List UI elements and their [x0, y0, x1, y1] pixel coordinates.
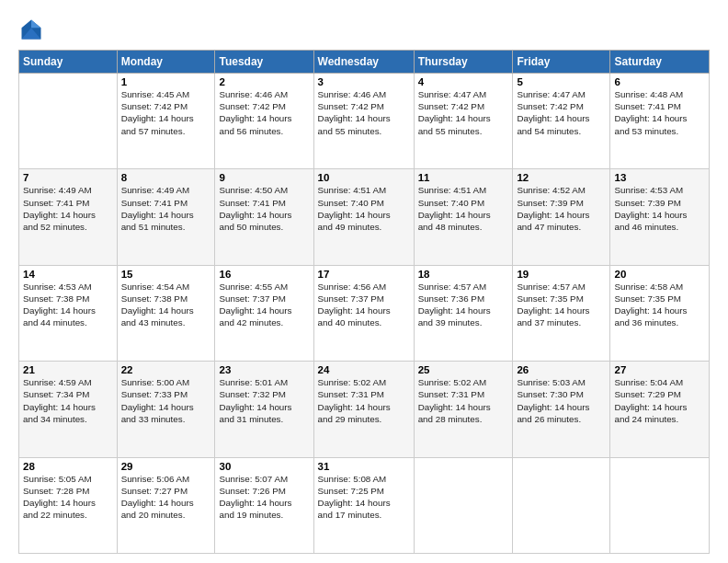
day-header-thursday: Thursday [414, 51, 513, 74]
day-info: Sunrise: 4:53 AMSunset: 7:39 PMDaylight:… [614, 184, 705, 233]
logo-icon [18, 17, 44, 42]
day-info: Sunrise: 5:06 AMSunset: 7:27 PMDaylight:… [121, 473, 211, 522]
day-info: Sunrise: 4:47 AMSunset: 7:42 PMDaylight:… [418, 88, 509, 137]
day-cell: 31Sunrise: 5:08 AMSunset: 7:25 PMDayligh… [313, 457, 414, 553]
day-info: Sunrise: 4:58 AMSunset: 7:35 PMDaylight:… [614, 281, 705, 329]
day-cell: 12Sunrise: 4:52 AMSunset: 7:39 PMDayligh… [513, 169, 610, 265]
day-info: Sunrise: 4:46 AMSunset: 7:42 PMDaylight:… [318, 88, 410, 137]
day-info: Sunrise: 4:49 AMSunset: 7:41 PMDaylight:… [121, 184, 211, 233]
logo [18, 17, 48, 42]
day-header-tuesday: Tuesday [215, 51, 313, 74]
day-number: 24 [318, 364, 410, 375]
week-row-5: 28Sunrise: 5:05 AMSunset: 7:28 PMDayligh… [19, 457, 710, 553]
day-cell: 10Sunrise: 4:51 AMSunset: 7:40 PMDayligh… [313, 169, 414, 265]
calendar-header-row: SundayMondayTuesdayWednesdayThursdayFrid… [19, 51, 710, 74]
day-info: Sunrise: 4:55 AMSunset: 7:37 PMDaylight:… [219, 281, 309, 329]
day-number: 20 [614, 269, 705, 280]
week-row-2: 7Sunrise: 4:49 AMSunset: 7:41 PMDaylight… [19, 169, 710, 265]
day-number: 15 [121, 269, 211, 280]
day-number: 14 [23, 269, 113, 280]
day-header-sunday: Sunday [19, 51, 118, 74]
day-info: Sunrise: 5:05 AMSunset: 7:28 PMDaylight:… [23, 473, 113, 522]
day-cell: 24Sunrise: 5:02 AMSunset: 7:31 PMDayligh… [313, 362, 414, 457]
day-cell [414, 457, 513, 553]
day-cell: 17Sunrise: 4:56 AMSunset: 7:37 PMDayligh… [313, 265, 414, 361]
day-cell: 29Sunrise: 5:06 AMSunset: 7:27 PMDayligh… [117, 457, 215, 553]
day-info: Sunrise: 4:47 AMSunset: 7:42 PMDaylight:… [517, 88, 606, 137]
day-cell: 19Sunrise: 4:57 AMSunset: 7:35 PMDayligh… [513, 265, 610, 361]
day-info: Sunrise: 5:02 AMSunset: 7:31 PMDaylight:… [418, 376, 509, 425]
day-number: 19 [517, 269, 606, 280]
day-cell: 5Sunrise: 4:47 AMSunset: 7:42 PMDaylight… [513, 74, 610, 169]
day-cell [610, 457, 710, 553]
day-info: Sunrise: 4:53 AMSunset: 7:38 PMDaylight:… [23, 281, 113, 329]
day-info: Sunrise: 4:56 AMSunset: 7:37 PMDaylight:… [318, 281, 410, 329]
header [18, 17, 710, 42]
day-header-wednesday: Wednesday [313, 51, 414, 74]
day-number: 11 [418, 172, 509, 183]
day-number: 12 [517, 172, 606, 183]
day-number: 4 [418, 76, 509, 87]
day-info: Sunrise: 5:08 AMSunset: 7:25 PMDaylight:… [318, 473, 410, 522]
day-cell [19, 74, 118, 169]
day-cell: 4Sunrise: 4:47 AMSunset: 7:42 PMDaylight… [414, 74, 513, 169]
day-number: 7 [23, 172, 113, 183]
page: SundayMondayTuesdayWednesdayThursdayFrid… [0, 0, 728, 563]
day-number: 6 [614, 76, 705, 87]
day-info: Sunrise: 5:00 AMSunset: 7:33 PMDaylight:… [121, 376, 211, 425]
day-cell: 15Sunrise: 4:54 AMSunset: 7:38 PMDayligh… [117, 265, 215, 361]
day-number: 28 [23, 461, 113, 472]
day-cell: 7Sunrise: 4:49 AMSunset: 7:41 PMDaylight… [19, 169, 118, 265]
day-cell: 8Sunrise: 4:49 AMSunset: 7:41 PMDaylight… [117, 169, 215, 265]
day-info: Sunrise: 4:57 AMSunset: 7:36 PMDaylight:… [418, 281, 509, 329]
day-cell: 14Sunrise: 4:53 AMSunset: 7:38 PMDayligh… [19, 265, 118, 361]
day-number: 16 [219, 269, 309, 280]
day-cell: 23Sunrise: 5:01 AMSunset: 7:32 PMDayligh… [215, 362, 313, 457]
day-info: Sunrise: 4:50 AMSunset: 7:41 PMDaylight:… [219, 184, 309, 233]
day-info: Sunrise: 4:45 AMSunset: 7:42 PMDaylight:… [121, 88, 211, 137]
day-header-friday: Friday [513, 51, 610, 74]
week-row-4: 21Sunrise: 4:59 AMSunset: 7:34 PMDayligh… [19, 362, 710, 457]
day-number: 8 [121, 172, 211, 183]
day-number: 21 [23, 364, 113, 375]
day-header-monday: Monday [117, 51, 215, 74]
day-cell: 30Sunrise: 5:07 AMSunset: 7:26 PMDayligh… [215, 457, 313, 553]
day-number: 31 [318, 461, 410, 472]
day-number: 13 [614, 172, 705, 183]
day-info: Sunrise: 5:02 AMSunset: 7:31 PMDaylight:… [318, 376, 410, 425]
day-number: 5 [517, 76, 606, 87]
day-cell [513, 457, 610, 553]
day-info: Sunrise: 5:04 AMSunset: 7:29 PMDaylight:… [614, 376, 705, 425]
day-number: 27 [614, 364, 705, 375]
day-cell: 6Sunrise: 4:48 AMSunset: 7:41 PMDaylight… [610, 74, 710, 169]
day-cell: 9Sunrise: 4:50 AMSunset: 7:41 PMDaylight… [215, 169, 313, 265]
day-info: Sunrise: 4:54 AMSunset: 7:38 PMDaylight:… [121, 281, 211, 329]
week-row-1: 1Sunrise: 4:45 AMSunset: 7:42 PMDaylight… [19, 74, 710, 169]
day-cell: 28Sunrise: 5:05 AMSunset: 7:28 PMDayligh… [19, 457, 118, 553]
week-row-3: 14Sunrise: 4:53 AMSunset: 7:38 PMDayligh… [19, 265, 710, 361]
day-cell: 16Sunrise: 4:55 AMSunset: 7:37 PMDayligh… [215, 265, 313, 361]
day-info: Sunrise: 5:03 AMSunset: 7:30 PMDaylight:… [517, 376, 606, 425]
day-info: Sunrise: 4:52 AMSunset: 7:39 PMDaylight:… [517, 184, 606, 233]
day-info: Sunrise: 5:01 AMSunset: 7:32 PMDaylight:… [219, 376, 309, 425]
day-number: 3 [318, 76, 410, 87]
day-number: 29 [121, 461, 211, 472]
day-cell: 21Sunrise: 4:59 AMSunset: 7:34 PMDayligh… [19, 362, 118, 457]
calendar-table: SundayMondayTuesdayWednesdayThursdayFrid… [18, 50, 710, 554]
day-info: Sunrise: 4:59 AMSunset: 7:34 PMDaylight:… [23, 376, 113, 425]
day-number: 17 [318, 269, 410, 280]
day-number: 22 [121, 364, 211, 375]
day-cell: 25Sunrise: 5:02 AMSunset: 7:31 PMDayligh… [414, 362, 513, 457]
day-cell: 26Sunrise: 5:03 AMSunset: 7:30 PMDayligh… [513, 362, 610, 457]
day-number: 30 [219, 461, 309, 472]
day-cell: 2Sunrise: 4:46 AMSunset: 7:42 PMDaylight… [215, 74, 313, 169]
day-info: Sunrise: 4:51 AMSunset: 7:40 PMDaylight:… [318, 184, 410, 233]
day-cell: 11Sunrise: 4:51 AMSunset: 7:40 PMDayligh… [414, 169, 513, 265]
day-info: Sunrise: 5:07 AMSunset: 7:26 PMDaylight:… [219, 473, 309, 522]
day-number: 18 [418, 269, 509, 280]
day-number: 23 [219, 364, 309, 375]
day-cell: 20Sunrise: 4:58 AMSunset: 7:35 PMDayligh… [610, 265, 710, 361]
svg-marker-1 [31, 20, 41, 29]
day-info: Sunrise: 4:57 AMSunset: 7:35 PMDaylight:… [517, 281, 606, 329]
day-number: 9 [219, 172, 309, 183]
